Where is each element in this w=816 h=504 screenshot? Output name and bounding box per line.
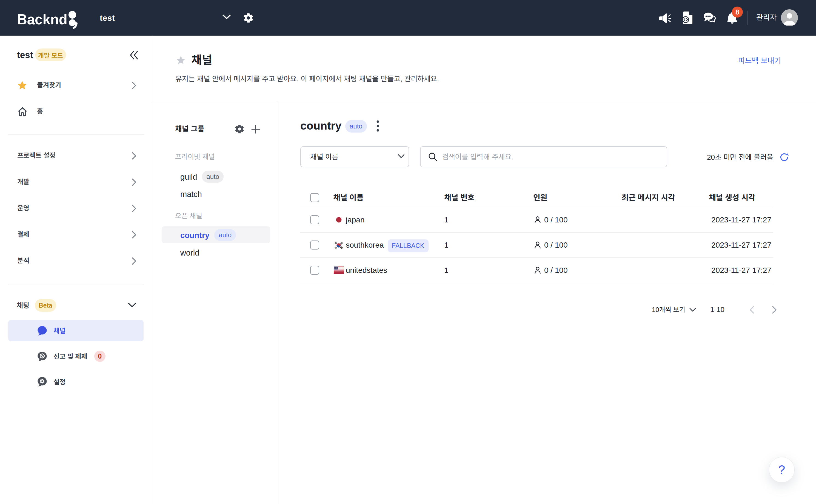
svg-text:Backnd: Backnd bbox=[17, 11, 67, 27]
